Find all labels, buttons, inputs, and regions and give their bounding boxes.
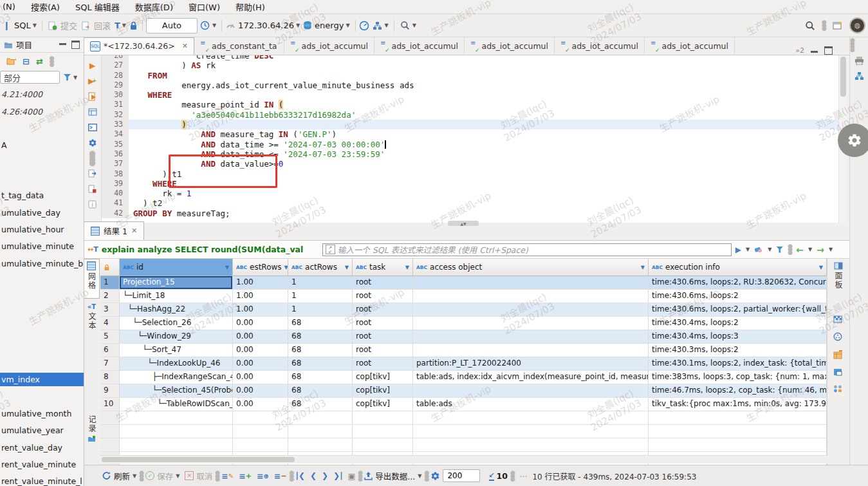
previous-result-icon[interactable]: ←	[796, 245, 804, 255]
focus-row-button[interactable]: ▣	[348, 471, 356, 481]
cell-rn[interactable]: 7	[100, 357, 120, 370]
cell-act[interactable]: 68	[288, 398, 353, 411]
fetch-size-input[interactable]	[443, 469, 480, 482]
editor-line-41[interactable]: 41 ) t2	[101, 198, 847, 208]
references-panel-icon[interactable]	[833, 368, 842, 376]
cell-est[interactable]: 1.00	[233, 303, 288, 316]
cell-est[interactable]: 1.00	[233, 290, 288, 303]
cell-id[interactable]: └─Window_29	[120, 330, 233, 343]
view-menu-icon[interactable]: ●●●	[50, 57, 53, 66]
editor-line-39[interactable]: 39 WHERE	[101, 179, 847, 189]
editor-line-35[interactable]: 35 AND data_time >= '2024-07-03 00:00:00…	[101, 140, 847, 149]
cell-access[interactable]: table:ads, index:idx_aicvm_index(measure…	[413, 371, 649, 384]
apply-filter-icon[interactable]: ▶	[735, 245, 741, 254]
editor-tab-0[interactable]: ≡✓ads_constant_ta	[194, 37, 284, 55]
editor-line-38[interactable]: 38 ) t1	[101, 169, 847, 179]
cell-rn[interactable]: 4	[100, 317, 120, 330]
perspective-icon[interactable]	[832, 20, 843, 31]
close-icon[interactable]: ✕	[182, 42, 188, 50]
console-icon[interactable]	[87, 122, 98, 133]
sort-filter-icon[interactable]: ▼	[819, 265, 823, 270]
editor-line-34[interactable]: 34 AND measure_tag IN ('GEN.P')	[101, 129, 847, 139]
close-icon[interactable]: ✕	[131, 227, 137, 235]
cell-id[interactable]: └─Selection_26	[120, 317, 233, 330]
cell-act[interactable]: 68	[288, 344, 353, 357]
editor-line-28[interactable]: 28 FROM	[101, 71, 847, 80]
sidebar-item-umulative_month[interactable]: umulative_month	[0, 407, 84, 420]
table-row-1[interactable]: 1Projection_151.001roottime:430.6ms, loo…	[100, 276, 827, 290]
result-filter-input[interactable]: ↗↙ 输入一个 SQL 表达式来过滤结果 (使用 Ctrl+Space)	[322, 243, 732, 256]
transaction-mode-button[interactable]: T ▼	[115, 21, 126, 30]
sidebar-item-4.21:4000[interactable]: 4.21:4000	[0, 88, 84, 101]
column-header-task[interactable]: ABCtask▼	[353, 259, 413, 276]
table-row-5[interactable]: 5 └─Window_290.0068roottime:430.4ms, loo…	[100, 330, 827, 344]
cell-exec[interactable]: tikv_task:{proc max:1ms, min:0s, avg: 17…	[649, 398, 827, 411]
clear-filter-icon[interactable]	[754, 246, 763, 254]
cell-task[interactable]: root	[353, 344, 413, 357]
table-row-6[interactable]: 6 └─Sort_470.0068roottime:430.3ms, loops…	[100, 344, 827, 357]
cell-access[interactable]	[413, 344, 649, 357]
chevron-down-icon[interactable]: ▼	[768, 247, 771, 252]
expand-filter-icon[interactable]: ↗↙	[326, 245, 335, 254]
value-viewer-icon[interactable]	[833, 315, 842, 323]
maximize-icon[interactable]	[824, 46, 833, 55]
cell-rn[interactable]: 5	[100, 330, 120, 343]
fetch-segment-button[interactable]: ⭩ 10	[489, 471, 508, 481]
editor-line-37[interactable]: 37 AND data_value>=0	[101, 159, 847, 169]
column-header-id[interactable]: ABCid▼	[120, 259, 233, 276]
menu-item-2[interactable]: SQL 编辑器	[75, 1, 120, 13]
sidebar-item-umulative_minute_b[interactable]: umulative_minute_b	[0, 257, 84, 270]
execute-statement-icon[interactable]: ▶	[87, 60, 98, 71]
cell-task[interactable]: root	[353, 317, 413, 330]
cell-exec[interactable]: time:46.7ms, loops:2, cop_task: {num: 46…	[649, 384, 827, 397]
sidebar-item-t_tag_data[interactable]: t_tag_data	[0, 189, 84, 202]
cell-access[interactable]	[413, 303, 649, 316]
sort-filter-icon[interactable]: ▼	[641, 265, 645, 270]
sidebar-item-umulative_minute[interactable]: umulative_minute	[0, 239, 84, 253]
filter-funnel-icon[interactable]	[776, 247, 783, 253]
cell-exec[interactable]: time:383ms, loops:3, cop_task: {num: 1, …	[649, 371, 827, 384]
grid-hscrollbar[interactable]	[100, 455, 827, 463]
cell-est[interactable]: 0.00	[233, 384, 288, 397]
sidebar-item-rent_value_minute_l[interactable]: rent_value_minute_l	[0, 474, 84, 486]
sql-menu-button[interactable]: SQL ▼	[14, 21, 37, 30]
calc-panel-icon[interactable]	[833, 332, 842, 341]
cell-est[interactable]: 0.00	[233, 371, 288, 384]
cell-task[interactable]: cop[tikv]	[353, 384, 413, 397]
floating-settings-button[interactable]	[838, 124, 868, 157]
sidebar-item-umulative_year[interactable]: umulative_year	[0, 424, 84, 437]
cell-exec[interactable]: time:430.6ms, loops:2, partial_worker:{w…	[649, 303, 827, 316]
cell-access[interactable]	[413, 276, 649, 289]
panels-tab[interactable]: 面板	[830, 260, 846, 307]
explain-plan-icon[interactable]	[87, 106, 98, 117]
cell-est[interactable]: 0.00	[233, 317, 288, 330]
empty-row[interactable]	[100, 425, 827, 438]
editor-line-42[interactable]: 42GROUP BY measureTag;	[101, 209, 847, 218]
connection-selector[interactable]: 172.30.64.26 ▼	[238, 21, 300, 30]
editor-tab-1[interactable]: ≡✓ads_iot_accumul	[284, 37, 374, 55]
cell-id[interactable]: ├─IndexRangeScan_43(Build)	[120, 371, 233, 384]
link-with-editor-icon[interactable]: ⇄	[36, 57, 43, 66]
cancel-button[interactable]: ✕ 取消	[185, 470, 212, 482]
cell-rn[interactable]: 8	[100, 371, 120, 384]
cell-task[interactable]: cop[tikv]	[353, 371, 413, 384]
editor-line-32[interactable]: 32 'a3e05040c41b11ebb6333217d16982da'	[101, 110, 847, 120]
sidebar-item-umulative_day[interactable]: umulative_day	[0, 206, 84, 220]
cell-rn[interactable]: 2	[100, 290, 120, 303]
first-row-button[interactable]: |❮	[296, 471, 305, 480]
cell-act[interactable]: 68	[288, 357, 353, 370]
cell-access[interactable]	[413, 384, 649, 397]
menu-item-4[interactable]: 窗口(W)	[189, 1, 220, 13]
sidebar-item-A[interactable]: A	[0, 138, 84, 152]
cell-access[interactable]: partition:P_LT_1720022400	[413, 357, 649, 370]
cell-rn[interactable]: 10	[100, 398, 120, 411]
metadata-panel-icon[interactable]	[833, 350, 842, 359]
cell-id[interactable]: └─TableRowIDScan_44	[120, 398, 233, 411]
export-result-icon[interactable]	[87, 168, 98, 179]
sidebar-item-vm_index[interactable]: vm_index	[0, 373, 84, 386]
sidebar-filter-input[interactable]: 部分	[0, 71, 60, 84]
results-tab[interactable]: 结果 1 ✕	[84, 221, 144, 240]
cell-task[interactable]: root	[353, 303, 413, 316]
column-header-actRows[interactable]: ABCactRows▼	[288, 259, 353, 276]
editor-tab-4[interactable]: ≡✓ads_iot_accumul	[555, 37, 645, 55]
